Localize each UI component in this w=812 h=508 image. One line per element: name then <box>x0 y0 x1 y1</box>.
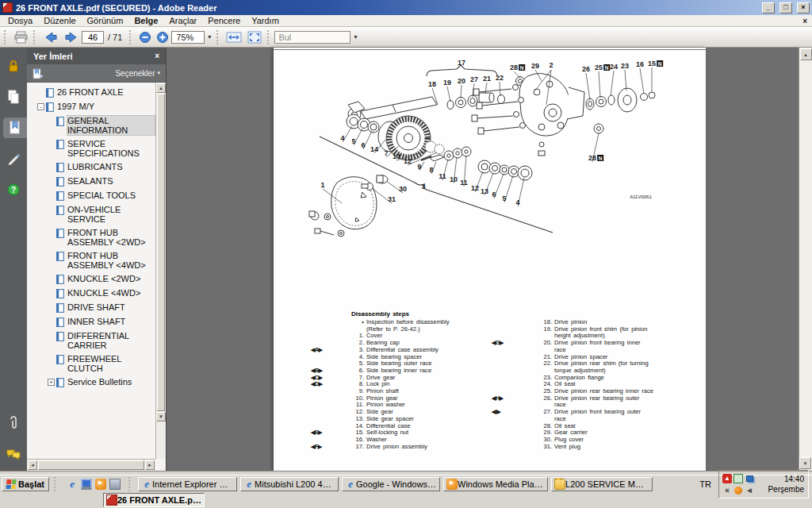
collapse-chevron-icon[interactable]: « <box>722 486 732 495</box>
bookmark-label[interactable]: 1997 M/Y <box>57 102 94 111</box>
bookmark-item[interactable]: DIFFERENTIAL CARRIER <box>27 331 155 350</box>
signature-tool[interactable] <box>0 148 27 169</box>
clipboard-icon[interactable] <box>733 474 743 483</box>
internet-explorer-icon[interactable]: e <box>67 479 78 490</box>
scroll-up-icon[interactable]: ▲ <box>156 83 166 93</box>
notification-icon[interactable] <box>734 487 742 495</box>
zoom-level-box[interactable]: 75% <box>171 31 205 44</box>
bookmark-label[interactable]: KNUCKLE <2WD> <box>67 274 140 283</box>
media-player-icon[interactable] <box>95 479 106 490</box>
bookmark-label[interactable]: INNER SHAFT <box>67 317 125 326</box>
bookmark-item[interactable]: INNER SHAFT <box>27 317 155 327</box>
document-close-icon[interactable]: × <box>802 17 807 25</box>
taskbar-button[interactable]: eGoogle - Windows Intern... <box>342 477 440 491</box>
next-page-button[interactable] <box>61 29 82 46</box>
bookmark-label[interactable]: SPECIAL TOOLS <box>67 190 136 200</box>
fit-page-button[interactable] <box>244 29 265 46</box>
menu-gorunum[interactable]: Görünüm <box>82 16 129 25</box>
bookmark-label[interactable]: GENERAL INFORMATION <box>67 116 155 135</box>
bookmark-item[interactable]: FREEWHEEL CLUTCH <box>27 354 155 373</box>
print-button[interactable] <box>11 29 31 46</box>
taskbar-button[interactable]: Windows Media Player <box>443 477 548 491</box>
zoom-dropdown-icon[interactable]: ▾ <box>205 33 214 40</box>
bookmark-label[interactable]: DRIVE SHAFT <box>67 302 125 312</box>
bookmark-item[interactable]: DRIVE SHAFT <box>27 302 155 313</box>
scroll-down-icon[interactable]: ▼ <box>799 457 811 469</box>
minimize-button[interactable]: _ <box>762 2 775 13</box>
attachments-tool[interactable] <box>0 413 27 433</box>
expand-icon[interactable]: + <box>48 379 55 386</box>
panel-hscroll-thumb[interactable] <box>38 460 144 470</box>
panel-scroll-thumb[interactable] <box>157 94 165 411</box>
bookmark-label[interactable]: LUBRICANTS <box>67 162 123 171</box>
menu-duzenle[interactable]: Düzenle <box>38 16 81 25</box>
fit-width-button[interactable] <box>224 29 244 46</box>
search-input[interactable] <box>274 31 350 44</box>
bookmark-item[interactable]: KNUCKLE <4WD> <box>27 288 155 298</box>
bookmark-item[interactable]: -1997 M/Y <box>27 102 155 112</box>
bookmark-label[interactable]: SERVICE SPECIFICATIONS <box>67 139 155 158</box>
avira-antivirus-icon[interactable]: ▲ <box>722 474 732 483</box>
search-dropdown-icon[interactable]: ▾ <box>350 33 360 40</box>
panel-close-icon[interactable]: × <box>155 52 159 60</box>
bookmark-item[interactable]: LUBRICANTS <box>27 162 155 172</box>
bookmark-label[interactable]: FRONT HUB ASSEMBLY <2WD> <box>67 228 155 247</box>
panel-horizontal-scrollbar[interactable]: ◄ ► <box>27 459 155 471</box>
taskbar-button[interactable]: eInternet Explorer web sa... <box>138 477 237 491</box>
bookmark-item[interactable]: SPECIAL TOOLS <box>27 190 155 201</box>
close-button[interactable]: × <box>797 2 810 13</box>
scroll-left-icon[interactable]: ◄ <box>28 460 37 470</box>
bookmark-item[interactable]: FRONT HUB ASSEMBLY <2WD> <box>27 228 155 247</box>
bookmark-label[interactable]: FRONT HUB ASSEMBLY <4WD> <box>67 251 155 270</box>
panel-vertical-scrollbar[interactable]: ▲ ▼ <box>155 83 166 459</box>
scroll-down-icon[interactable]: ▼ <box>156 412 166 421</box>
bookmark-item[interactable]: GENERAL INFORMATION <box>27 116 155 135</box>
bookmark-item[interactable]: SEALANTS <box>27 176 155 187</box>
pages-tool[interactable] <box>0 87 27 107</box>
new-bookmark-icon[interactable] <box>33 67 44 79</box>
bookmark-label[interactable]: Service Bulletins <box>67 377 132 387</box>
bookmark-label[interactable]: DIFFERENTIAL CARRIER <box>67 331 155 350</box>
bookmarks-tool[interactable] <box>3 117 27 138</box>
start-button[interactable]: Başlat <box>2 477 49 491</box>
help-tool[interactable]: ? <box>0 179 27 200</box>
security-tool[interactable] <box>0 56 27 76</box>
menu-yardim[interactable]: Yardım <box>246 16 285 25</box>
scroll-up-icon[interactable]: ▲ <box>800 48 812 60</box>
bookmark-label[interactable]: KNUCKLE <4WD> <box>67 288 140 298</box>
bookmark-label[interactable]: FREEWHEEL CLUTCH <box>67 354 155 373</box>
part-number-label: 5 <box>351 137 355 145</box>
previous-page-button[interactable] <box>40 29 61 46</box>
menu-araclar[interactable]: Araçlar <box>163 16 202 25</box>
bookmark-item[interactable]: 26 FRONT AXLE <box>27 87 155 98</box>
document-vertical-scrollbar[interactable]: ▲ ▼ <box>799 48 812 471</box>
zoom-in-button[interactable] <box>154 29 171 46</box>
taskbar-button[interactable]: L200 SERVICE MANUAL <box>551 477 653 491</box>
zoom-out-button[interactable] <box>136 29 154 46</box>
volume-icon[interactable]: ◄ <box>745 486 754 495</box>
menu-belge[interactable]: Belge <box>128 16 163 25</box>
taskbar-button[interactable]: eMitsubishi L200 4x4 Lam... <box>240 477 339 491</box>
taskbar-button[interactable]: 26 FRONT AXLE.pdf (S... <box>103 493 205 507</box>
bookmark-item[interactable]: KNUCKLE <2WD> <box>27 274 155 284</box>
network-icon[interactable] <box>746 475 753 482</box>
bookmark-label[interactable]: 26 FRONT AXLE <box>57 87 124 97</box>
language-indicator[interactable]: TR <box>695 479 716 489</box>
collapse-icon[interactable]: - <box>37 103 44 110</box>
comments-tool[interactable] <box>0 444 27 464</box>
show-desktop-icon[interactable] <box>81 479 92 490</box>
page-number-input[interactable] <box>82 31 104 44</box>
scroll-right-icon[interactable]: ► <box>145 460 155 470</box>
messenger-icon[interactable] <box>109 479 121 490</box>
bookmark-page-icon <box>56 163 64 172</box>
bookmark-label[interactable]: ON-VEHICLE SERVICE <box>67 205 155 224</box>
menu-pencere[interactable]: Pencere <box>202 16 246 25</box>
maximize-button[interactable]: □ <box>779 2 792 13</box>
bookmark-item[interactable]: ON-VEHICLE SERVICE <box>27 205 155 224</box>
bookmark-item[interactable]: +Service Bulletins <box>27 377 155 387</box>
menu-dosya[interactable]: Dosya <box>2 16 38 25</box>
bookmark-label[interactable]: SEALANTS <box>67 176 113 186</box>
options-menu[interactable]: Seçenekler ▾ <box>115 69 160 78</box>
bookmark-item[interactable]: FRONT HUB ASSEMBLY <4WD> <box>27 251 155 270</box>
bookmark-item[interactable]: SERVICE SPECIFICATIONS <box>27 139 155 158</box>
